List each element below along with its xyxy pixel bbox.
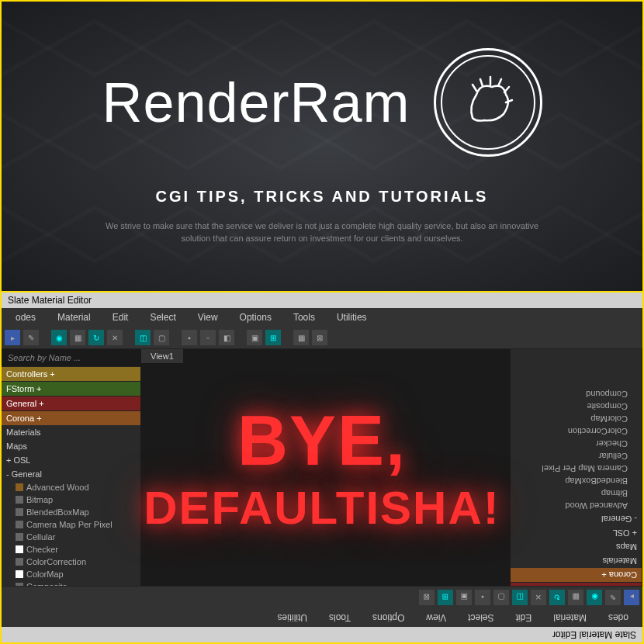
menu-utilities[interactable]: Utilities xyxy=(326,310,378,325)
map-item[interactable]: Bitmap xyxy=(511,487,642,500)
tool-icon[interactable]: ▣ xyxy=(456,590,472,605)
swatch-icon xyxy=(16,521,23,528)
map-item[interactable]: Cellular xyxy=(511,450,642,462)
tool-icon[interactable]: ⊞ xyxy=(438,590,453,605)
section[interactable]: - General xyxy=(511,512,642,526)
section-osl[interactable]: + OSL xyxy=(2,453,140,467)
tool-icon[interactable]: ⊠ xyxy=(312,330,327,345)
map-item[interactable]: ColorMap xyxy=(2,568,140,580)
menu-item[interactable]: Edit xyxy=(505,610,543,625)
map-item[interactable]: BlendedBoxMap xyxy=(511,475,642,487)
map-item[interactable]: Camera Map Per Pixel xyxy=(2,518,140,531)
map-item[interactable]: ColorCorrection xyxy=(2,556,140,568)
menu-item[interactable]: Tools xyxy=(318,610,362,625)
toolbar: ▸ ✎ ◉ ▦ ↻ ✕ ◫ ▢ ▪ ▫ ◧ ▣ ⊞ ▦ ⊠ xyxy=(2,327,642,349)
tool-icon[interactable]: ◉ xyxy=(587,590,602,605)
map-item[interactable]: Advanced Wood xyxy=(2,481,140,493)
map-item[interactable]: Camera Map Per Pixel xyxy=(511,462,642,475)
toolbar-mirror: ▸ ✎ ◉ ▦ ↻ ✕ ◫ ▢ ▪ ▣ ⊞ ⊠ xyxy=(2,586,642,608)
view-tab[interactable]: View1 xyxy=(141,349,183,363)
section[interactable]: Materials xyxy=(511,554,642,568)
map-item[interactable]: ColorCorrection xyxy=(511,425,642,438)
tool-icon[interactable]: ⊞ xyxy=(265,330,281,345)
brand-name: RenderRam xyxy=(102,71,410,134)
banner-tagline: We strive to make sure that the service … xyxy=(105,220,539,245)
tool-icon[interactable]: ▦ xyxy=(568,590,583,605)
tool-icon[interactable]: ⊠ xyxy=(419,590,435,605)
eyedropper-tool-icon[interactable]: ✎ xyxy=(23,330,39,345)
tool-icon[interactable]: ▪ xyxy=(182,330,197,345)
menu-item[interactable]: odes xyxy=(597,610,639,625)
map-item[interactable]: Checker xyxy=(2,543,140,556)
menu-item[interactable]: Material xyxy=(542,610,597,625)
section[interactable]: + OSL xyxy=(511,526,642,540)
tool-icon[interactable]: ▣ xyxy=(247,330,262,345)
map-item[interactable]: Checker xyxy=(511,438,642,450)
swatch-icon xyxy=(16,545,23,553)
overlay-line1: BYE, xyxy=(144,401,500,481)
menu-view[interactable]: View xyxy=(187,310,229,325)
tool-icon[interactable]: ↻ xyxy=(88,330,104,345)
swatch-icon xyxy=(16,508,23,516)
menu-material[interactable]: Material xyxy=(47,310,102,325)
tool-icon[interactable]: ▢ xyxy=(154,330,169,345)
menu-bar-mirror: odes Material Edit Select View Options T… xyxy=(2,608,642,627)
swatch-icon xyxy=(16,533,23,541)
menu-modes[interactable]: odes xyxy=(5,310,47,325)
mirrored-bottom: Slate Material Editor odes Material Edit… xyxy=(2,586,642,642)
menu-select[interactable]: Select xyxy=(139,310,186,325)
category-corona[interactable]: Corona + xyxy=(2,410,140,425)
menu-options[interactable]: Options xyxy=(229,310,282,325)
tool-icon[interactable]: ▫ xyxy=(200,330,216,345)
tool-icon[interactable]: ▦ xyxy=(293,330,309,345)
assign-material-icon[interactable]: ◉ xyxy=(51,330,67,345)
menu-item[interactable]: View xyxy=(415,610,457,625)
tool-icon[interactable]: ↻ xyxy=(549,590,565,605)
swatch-icon xyxy=(16,483,23,491)
banner-subtitle: CGI TIPS, TRICKS AND TUTORIALS xyxy=(156,188,489,206)
section-maps[interactable]: Maps xyxy=(2,439,140,453)
category-general[interactable]: General + xyxy=(2,396,140,410)
map-item[interactable]: ColorMap xyxy=(511,413,642,425)
map-item[interactable]: Bitmap xyxy=(2,493,140,506)
tool-icon[interactable]: ▢ xyxy=(493,590,509,605)
category-controllers[interactable]: Controllers + xyxy=(2,366,140,381)
category-corona[interactable]: Corona + xyxy=(511,568,642,583)
section[interactable]: Maps xyxy=(511,540,642,554)
tool-icon[interactable]: ▪ xyxy=(475,590,490,605)
menu-item[interactable]: Utilities xyxy=(266,610,318,625)
menu-tools[interactable]: Tools xyxy=(282,310,326,325)
window-title: Slate Material Editor xyxy=(2,293,642,308)
section-general[interactable]: - General xyxy=(2,467,140,481)
category-fstorm[interactable]: FStorm + xyxy=(2,381,140,396)
tool-icon[interactable]: ◧ xyxy=(219,330,234,345)
logo-icon xyxy=(434,48,542,157)
tool-icon[interactable]: ◫ xyxy=(135,330,151,345)
map-item[interactable]: Cellular xyxy=(2,531,140,543)
map-item[interactable]: Composite xyxy=(511,400,642,413)
tool-icon[interactable]: ◫ xyxy=(512,590,528,605)
menu-edit[interactable]: Edit xyxy=(102,310,140,325)
slate-material-editor: Slate Material Editor odes Material Edit… xyxy=(2,293,642,642)
delete-icon[interactable]: ✕ xyxy=(107,330,123,345)
overlay-line2: DEFAULTISHA! xyxy=(144,481,500,535)
swatch-icon xyxy=(16,558,23,566)
section-materials[interactable]: Materials xyxy=(2,425,140,439)
window-title-mirror: Slate Material Editor xyxy=(2,627,642,642)
overlay-caption: BYE, DEFAULTISHA! xyxy=(144,401,500,535)
menu-item[interactable]: Options xyxy=(362,610,415,625)
search-input[interactable]: Search by Name ... xyxy=(2,349,140,366)
banner-header: RenderRam CGI TIPS, TRICKS AND TUTORIALS… xyxy=(2,2,642,293)
tool-icon[interactable]: ✎ xyxy=(605,590,621,605)
map-item[interactable]: Compound xyxy=(511,388,642,400)
swatch-icon xyxy=(16,496,23,504)
pointer-tool-icon[interactable]: ▸ xyxy=(5,330,20,345)
menu-item[interactable]: Select xyxy=(457,610,504,625)
map-item[interactable]: Advanced Wood xyxy=(511,500,642,512)
swatch-icon xyxy=(16,570,23,578)
map-item[interactable]: BlendedBoxMap xyxy=(2,506,140,518)
brand-row: RenderRam xyxy=(102,48,542,157)
tool-icon[interactable]: ▦ xyxy=(70,330,85,345)
tool-icon[interactable]: ✕ xyxy=(531,590,546,605)
tool-icon[interactable]: ▸ xyxy=(624,590,639,605)
